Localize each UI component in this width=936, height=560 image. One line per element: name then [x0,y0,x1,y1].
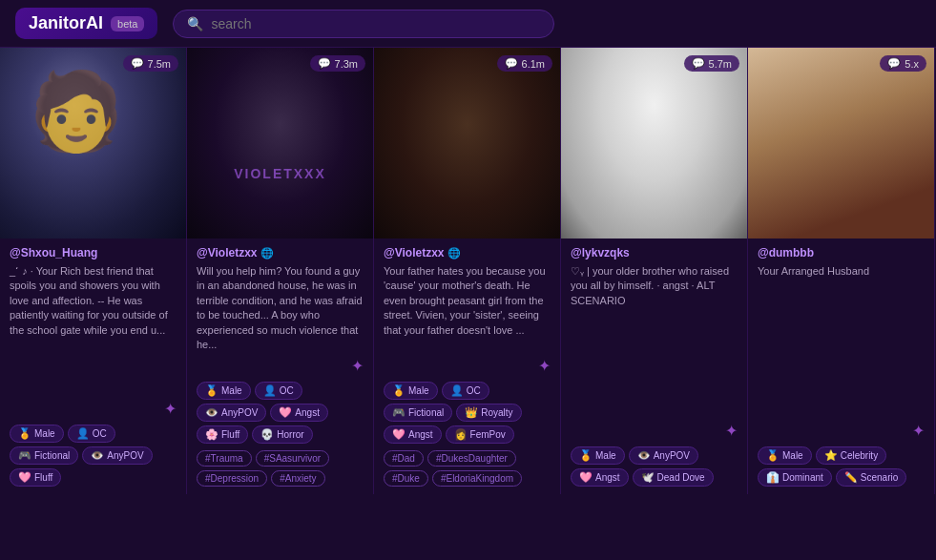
hashtag-eldoriakingdom[interactable]: #EldoriaKingdom [432,470,522,487]
tag-fictional[interactable]: 🎮Fictional [10,446,78,465]
tag-male[interactable]: 🏅Male [197,382,251,400]
stats-badge-3: 💬6.1m [497,55,552,72]
card-5[interactable]: 💬5.x@dumbbbYour Arranged Husband✦🏅Male⭐C… [748,48,935,494]
card-2[interactable]: 💬7.3m@Violetzxx 🌐Will you help him? You … [187,48,374,494]
tag-male[interactable]: 🏅Male [571,446,625,465]
card-image-3: 💬6.1m [374,48,560,239]
search-icon: 🔍 [187,16,203,31]
hashtag-duke[interactable]: #Duke [384,470,428,487]
hashtag-dukesdaughter[interactable]: #DukesDaughter [427,450,516,467]
tag-celebrity[interactable]: ⭐Celebrity [816,446,886,465]
tag-scenario[interactable]: ✏️Scenario [836,468,906,487]
tag-anypov[interactable]: 👁️AnyPOV [629,446,698,465]
sparkle-5: ✦ [758,422,925,440]
search-bar[interactable]: 🔍 [173,10,554,38]
card-desc-5: Your Arranged Husband [758,264,925,417]
card-desc-2: Will you help him? You found a guy in an… [197,264,364,352]
card-desc-3: Your father hates you because you 'cause… [384,264,551,352]
hashtag-anxiety[interactable]: #Anxiety [271,470,324,487]
tag-horror[interactable]: 💀Horror [252,425,312,444]
tag-anypov[interactable]: 👁️AnyPOV [197,404,266,422]
hashtag-trauma[interactable]: #Trauma [197,450,252,467]
tag-male[interactable]: 🏅Male [758,446,812,465]
card-image-1: 💬7.5m [0,48,186,239]
card-author-2[interactable]: @Violetzxx 🌐 [197,246,364,259]
sparkle-4: ✦ [571,422,738,440]
card-desc-1: _ʻ ♪ · Your Rich best friend that spoils… [10,264,177,395]
tags-row-1: 🏅Male👤OC🎮Fictional👁️AnyPOV🩷Fluff [10,425,177,487]
stats-badge-2: 💬7.3m [310,55,365,72]
search-input[interactable] [211,16,540,31]
card-image-5: 💬5.x [748,48,934,239]
sparkle-3: ✦ [384,357,551,375]
tag-dead dove[interactable]: 🕊️Dead Dove [633,468,714,487]
card-author-4[interactable]: @lykvzqks [571,246,738,259]
tag-anypov[interactable]: 👁️AnyPOV [82,446,152,465]
sparkle-2: ✦ [197,357,364,375]
tag-male[interactable]: 🏅Male [384,382,438,400]
tag-dominant[interactable]: 👔Dominant [758,468,832,487]
tag-fluff[interactable]: 🌸Fluff [197,425,248,444]
card-author-3[interactable]: @Violetzxx 🌐 [384,246,551,259]
tag-oc[interactable]: 👤OC [442,382,489,400]
card-image-4: 💬5.7m [561,48,747,239]
tag-fictional[interactable]: 🎮Fictional [384,404,452,422]
tags-row-2: 🏅Male👤OC👁️AnyPOV🩷Angst🌸Fluff💀Horror [197,382,364,444]
hashtag-depression[interactable]: #Depression [197,470,267,487]
tag-angst[interactable]: 🩷Angst [571,468,629,487]
hashtag-saasurvivor[interactable]: #SAasurvivor [256,450,329,467]
tags-row-3: 🏅Male👤OC🎮Fictional👑Royalty🩷Angst👩FemPov [384,382,551,444]
card-desc-4: ♡ᵧ | your older brother who raised you a… [571,264,738,417]
stats-badge-4: 💬5.7m [684,55,739,72]
tag-oc[interactable]: 👤OC [68,425,115,443]
beta-badge: beta [111,16,144,31]
tag-angst[interactable]: 🩷Angst [384,425,442,444]
header: JanitorAI beta 🔍 [0,0,936,48]
tags-row-4: 🏅Male👁️AnyPOV🩷Angst🕊️Dead Dove [571,446,738,487]
cards-container: 💬7.5m@Shxou_Huang_ʻ ♪ · Your Rich best f… [0,48,936,494]
tag-male[interactable]: 🏅Male [10,425,64,443]
card-image-2: 💬7.3m [187,48,373,239]
tag-royalty[interactable]: 👑Royalty [456,404,521,422]
hashtags-row-3: #Dad#DukesDaughter#Duke#EldoriaKingdom [384,450,551,487]
logo-text: JanitorAI [29,13,103,33]
tag-angst[interactable]: 🩷Angst [270,404,328,422]
logo-container[interactable]: JanitorAI beta [15,8,157,39]
stats-badge-5: 💬5.x [880,55,926,72]
tag-fempov[interactable]: 👩FemPov [446,425,514,444]
card-4[interactable]: 💬5.7m@lykvzqks♡ᵧ | your older brother wh… [561,48,748,494]
tag-oc[interactable]: 👤OC [255,382,302,400]
hashtag-dad[interactable]: #Dad [384,450,424,467]
hashtags-row-2: #Trauma#SAasurvivor#Depression#Anxiety [197,450,364,487]
stats-badge-1: 💬7.5m [123,55,178,72]
sparkle-1: ✦ [10,400,177,418]
card-3[interactable]: 💬6.1m@Violetzxx 🌐Your father hates you b… [374,48,561,494]
card-author-1[interactable]: @Shxou_Huang [10,246,177,259]
card-author-5[interactable]: @dumbbb [758,246,925,259]
tag-fluff[interactable]: 🩷Fluff [10,468,61,487]
card-1[interactable]: 💬7.5m@Shxou_Huang_ʻ ♪ · Your Rich best f… [0,48,187,494]
tags-row-5: 🏅Male⭐Celebrity👔Dominant✏️Scenario [758,446,925,487]
